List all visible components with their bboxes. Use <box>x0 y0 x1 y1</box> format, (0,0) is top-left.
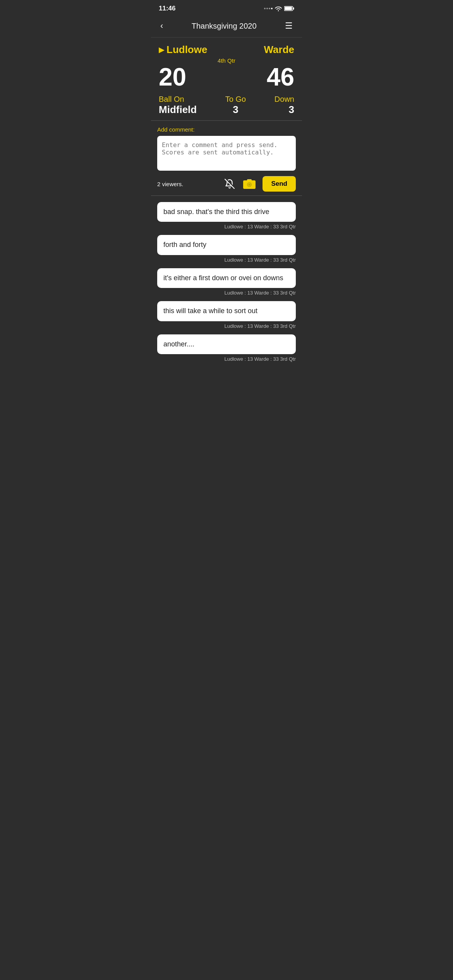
home-team: ▶ Ludlowe <box>159 44 207 56</box>
send-button[interactable]: Send <box>263 176 296 192</box>
comment-bubble: another.... <box>157 334 296 354</box>
comment-input[interactable] <box>157 136 296 171</box>
notifications-off-button[interactable] <box>223 177 236 190</box>
comment-bubble: it's either a first down or ovei on down… <box>157 268 296 288</box>
scores-row: 20 46 <box>159 65 294 89</box>
status-icons <box>264 6 294 11</box>
down-value: 3 <box>289 104 294 116</box>
to-go-label: To Go <box>225 95 246 104</box>
comments-feed: bad snap. that's the third this driveLud… <box>151 196 302 375</box>
wifi-icon <box>275 6 282 11</box>
scoreboard: ▶ Ludlowe Warde 4th Qtr 20 46 Ball On Mi… <box>151 38 302 121</box>
menu-button[interactable]: ☰ <box>283 19 294 33</box>
bell-off-icon <box>225 179 235 189</box>
comment-meta: Ludlowe : 13 Warde : 33 3rd Qtr <box>157 356 296 362</box>
ball-on-label: Ball On <box>159 95 184 104</box>
comment-meta: Ludlowe : 13 Warde : 33 3rd Qtr <box>157 224 296 230</box>
ball-on-value: Midfield <box>159 104 197 116</box>
comment-item: another....Ludlowe : 13 Warde : 33 3rd Q… <box>157 334 296 362</box>
comment-item: forth and fortyLudlowe : 13 Warde : 33 3… <box>157 235 296 262</box>
to-go-block: To Go 3 <box>225 95 246 116</box>
viewers-count: 2 viewers. <box>157 181 184 187</box>
comment-bubble: forth and forty <box>157 235 296 255</box>
svg-point-8 <box>248 183 251 186</box>
svg-rect-2 <box>285 7 292 10</box>
away-team: Warde <box>264 44 295 56</box>
ball-on-block: Ball On Midfield <box>159 95 197 116</box>
comment-section-label: Add comment: <box>157 126 296 133</box>
camera-icon <box>243 178 256 189</box>
battery-icon <box>284 6 294 11</box>
svg-line-3 <box>225 179 235 188</box>
camera-button[interactable] <box>242 177 257 191</box>
game-info-row: Ball On Midfield To Go 3 Down 3 <box>159 95 294 116</box>
teams-row: ▶ Ludlowe Warde <box>159 44 294 56</box>
header: ‹ Thanksgiving 2020 ☰ <box>151 15 302 38</box>
status-bar: 11:46 <box>151 0 302 15</box>
active-team-arrow: ▶ <box>159 46 164 54</box>
comment-item: this will take a while to sort outLudlow… <box>157 301 296 329</box>
comment-item: bad snap. that's the third this driveLud… <box>157 202 296 230</box>
status-time: 11:46 <box>159 5 175 12</box>
back-button[interactable]: ‹ <box>159 19 165 33</box>
to-go-value: 3 <box>233 104 238 116</box>
svg-rect-7 <box>247 179 252 181</box>
down-label: Down <box>275 95 294 104</box>
home-score: 20 <box>159 65 186 89</box>
comment-actions: 2 viewers. Send <box>157 176 296 192</box>
comment-meta: Ludlowe : 13 Warde : 33 3rd Qtr <box>157 257 296 263</box>
page-title: Thanksgiving 2020 <box>192 22 257 31</box>
away-score: 46 <box>267 65 294 89</box>
comment-bubble: this will take a while to sort out <box>157 301 296 321</box>
comment-meta: Ludlowe : 13 Warde : 33 3rd Qtr <box>157 323 296 329</box>
action-icons: Send <box>223 176 296 192</box>
down-block: Down 3 <box>275 95 294 116</box>
comment-item: it's either a first down or ovei on down… <box>157 268 296 296</box>
comment-section: Add comment: 2 viewers. <box>151 121 302 196</box>
comment-bubble: bad snap. that's the third this drive <box>157 202 296 222</box>
comment-meta: Ludlowe : 13 Warde : 33 3rd Qtr <box>157 290 296 296</box>
signal-icon <box>264 8 273 9</box>
svg-rect-1 <box>293 7 294 10</box>
